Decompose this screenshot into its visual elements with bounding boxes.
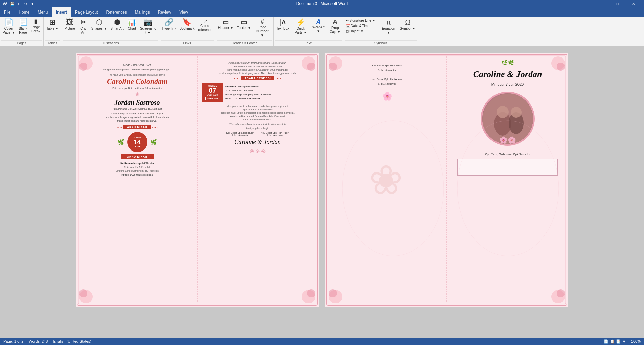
object-button[interactable]: ◻ Object ▼ — [345, 29, 377, 34]
tab-view[interactable]: View — [175, 7, 192, 17]
equation-icon: π — [386, 19, 391, 26]
honor-text4: Atas kehadiran serta do'a restu Bapak/Ib… — [230, 115, 285, 117]
tables-group-label: Tables — [45, 40, 60, 46]
clip-art-button[interactable]: ✂ ClipArt — [77, 18, 89, 36]
tab-references[interactable]: References — [102, 7, 131, 17]
resepsi-venue: Kediaman Mempelai Wanita Jl. A. Yani Km.… — [225, 85, 313, 101]
honor-text5: kami ucapkan terima kasih. — [243, 118, 272, 121]
invitation-left-panel: Maha Suci Allah SWT yang telah menciptak… — [76, 53, 197, 307]
page-break-icon: ⏸ — [33, 19, 39, 25]
word-count: Words: 248 — [29, 339, 48, 343]
signature-line-icon: ✒ — [346, 19, 349, 22]
couple-sign: Caroline & Jordan — [234, 139, 281, 146]
footer-button[interactable]: ▭ Footer ▼ — [235, 18, 252, 31]
text-box-button[interactable]: A Text Box - — [275, 18, 293, 31]
title-bar: W 💾 ↩ ↪ ▼ Document3 - Microsoft Word ─ □… — [0, 0, 644, 7]
header-button[interactable]: ▭ Header ▼ — [217, 18, 235, 31]
blank-page-button[interactable]: 📃 BlankPage — [17, 18, 29, 36]
address2-text: Bindung Langit Samping SPBU Kemelak — [116, 170, 158, 172]
chart-button[interactable]: 📊 Chart — [126, 18, 138, 31]
drop-cap-button[interactable]: A DropCap ▼ — [328, 18, 342, 35]
outline-view-button[interactable]: 🖨 — [622, 339, 626, 344]
bookmark-button[interactable]: 🔖 Bookmark — [178, 18, 196, 31]
tables-group-items: ⊞ Table ▼ — [45, 18, 60, 40]
text-group: A Text Box - ⚡ QuickParts ▼ A WordArt ▼ … — [274, 17, 344, 46]
minimize-button[interactable]: ─ — [593, 0, 609, 7]
symbol-button[interactable]: Ω Symbol ▼ — [399, 18, 417, 31]
honor-text1: Merupakan suatu kehormatan dan kebahagia… — [227, 105, 289, 107]
print-view-button[interactable]: 📄 — [604, 339, 608, 344]
line1-text: Dengan memohon rahmat dan ridho Allah SW… — [232, 65, 282, 68]
screenshot-icon: 📷 — [143, 19, 153, 26]
illustrations-group: 🖼 Picture ✂ ClipArt ⬡ Shapes ▼ ⬢ SmartAr… — [62, 17, 159, 46]
undo-button[interactable]: ↩ — [16, 1, 22, 7]
akad-label: AKAD NIKAH — [123, 125, 151, 129]
redo-button[interactable]: ↪ — [23, 1, 29, 7]
resepsi-banner-row: • • • • ACARA RESEPSI • • • • — [234, 76, 281, 80]
page-right: Kel. Besar Bpk. Heri Husin & Ibu. Asmani… — [325, 53, 568, 307]
picture-button[interactable]: 🖼 Picture — [63, 18, 76, 31]
screenshot-button[interactable]: 📷 Screenshot ▼ — [139, 18, 158, 36]
text-group-label: Text — [275, 40, 342, 46]
hyperlink-button[interactable]: 🔗 Hyperlink — [161, 18, 178, 31]
page-left: Maha Suci Allah SWT yang telah menciptak… — [76, 53, 319, 307]
date-time-button[interactable]: 📅 Date & Time — [345, 23, 377, 28]
signature-line-button[interactable]: ✒ Signature Line ▼ — [345, 18, 377, 23]
tab-review[interactable]: Review — [154, 7, 175, 17]
tab-mailings[interactable]: Mailings — [131, 7, 154, 17]
pages-group-label: Pages — [1, 40, 42, 46]
save-button[interactable]: 💾 — [9, 1, 15, 7]
table-icon: ⊞ — [49, 19, 55, 26]
cross-reference-button[interactable]: ↗ Cross-reference — [197, 18, 214, 33]
page-info: Page: 1 of 2 — [3, 339, 23, 343]
tab-home[interactable]: Home — [15, 7, 33, 17]
title-bar-left: W 💾 ↩ ↪ ▼ — [3, 1, 36, 7]
bride-parent: Putri Keempat Bpk. Heri Husin & Ibu. Asm… — [112, 87, 162, 89]
customize-qa-button[interactable]: ▼ — [29, 1, 36, 7]
equation-button[interactable]: π Equation ▼ — [379, 18, 398, 36]
prayer-text: Ya Allah, Jika Engkau perkenankan putra-… — [109, 74, 165, 76]
picture-icon: 🖼 — [66, 19, 73, 26]
pages-group-items: 📄 CoverPage ▼ 📃 BlankPage ⏸ PageBreak — [1, 18, 42, 40]
resepsi-label: ACARA RESEPSI — [241, 76, 274, 80]
prayer2-text: Untuk mengikuti Sunnah Rasul-Mu dalam ra… — [111, 112, 163, 115]
language-info: English (United States) — [53, 339, 91, 343]
page-break-button[interactable]: ⏸ PageBreak — [30, 18, 42, 34]
close-button[interactable]: ✕ — [626, 0, 641, 7]
leaf-decoration: 🌿 🌿 — [501, 60, 514, 65]
page-number-button[interactable]: # PageNumber ▼ — [253, 18, 272, 38]
maximize-button[interactable]: □ — [610, 0, 625, 7]
tab-page-layout[interactable]: Page Layout — [71, 7, 102, 17]
header-footer-group-label: Header & Footer — [217, 40, 272, 46]
header-icon: ▭ — [223, 19, 229, 25]
cover-page-button[interactable]: 📄 CoverPage ▼ — [1, 18, 16, 36]
quick-parts-button[interactable]: ⚡ QuickParts ▼ — [293, 18, 308, 36]
ribbon-content: 📄 CoverPage ▼ 📃 BlankPage ⏸ PageBreak Pa… — [0, 17, 644, 46]
resepsi-date-banner: MINGGU 07 JULI 2020 09.00 WIB — [202, 83, 223, 102]
tab-menu[interactable]: Menu — [33, 7, 52, 17]
full-read-button[interactable]: 📋 — [610, 339, 615, 344]
drop-cap-icon: A — [333, 19, 338, 25]
couple-date: Minggu, 7 Juli 2020 — [491, 82, 524, 86]
links-group: 🔗 Hyperlink 🔖 Bookmark ↗ Cross-reference… — [159, 17, 215, 46]
shapes-button[interactable]: ⬡ Shapes ▼ — [90, 18, 109, 31]
sig-date-obj-group: ✒ Signature Line ▼ 📅 Date & Time ◻ Objec… — [345, 18, 377, 34]
window-controls: ─ □ ✕ — [593, 0, 641, 7]
tab-insert[interactable]: Insert — [52, 7, 71, 17]
page-number-icon: # — [261, 19, 264, 25]
table-button[interactable]: ⊞ Table ▼ — [45, 18, 60, 31]
smartart-button[interactable]: ⬢ SmartArt — [109, 18, 125, 31]
prayer4-text: maka ijinkanlah kami menikahkannya. — [117, 120, 157, 122]
groom-parent: Putra Pertama Bpk. Zaili Adami & Ibu. Nu… — [112, 108, 162, 110]
links-group-items: 🔗 Hyperlink 🔖 Bookmark ↗ Cross-reference — [161, 18, 214, 40]
wordart-button[interactable]: A WordArt ▼ — [309, 18, 328, 34]
couple-name-large: Caroline & Jordan — [473, 68, 542, 79]
shapes-icon: ⬡ — [96, 19, 102, 26]
pages-group: 📄 CoverPage ▼ 📃 BlankPage ⏸ PageBreak Pa… — [0, 17, 44, 46]
web-view-button[interactable]: 📑 — [616, 339, 621, 344]
tab-file[interactable]: File — [0, 7, 15, 17]
right-page-right-panel: 🌿 🌿 Caroline & Jordan Minggu, 7 Juli 202… — [447, 53, 568, 307]
date-time-icon: 📅 — [346, 24, 350, 28]
status-right: 📄 📋 📑 🖨 100% — [604, 339, 641, 344]
greeting-text: Assalamu'alaikum Warahmatullahi Wabaraka… — [229, 61, 287, 64]
